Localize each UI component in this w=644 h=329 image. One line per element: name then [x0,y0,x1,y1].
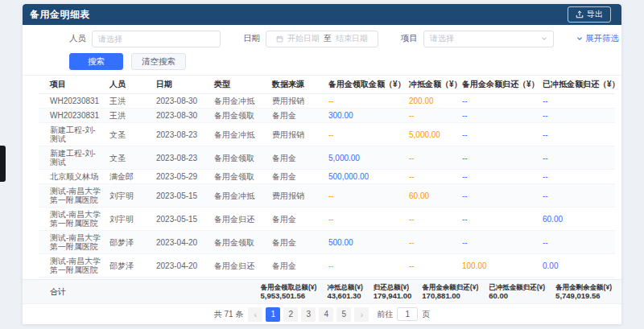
table-cell: -- [539,146,615,170]
column-header: 冲抵金额（¥） [406,76,459,94]
table-cell: -- [459,170,539,184]
table-cell: 200.00 [406,94,459,109]
table-cell: 备用金归还 [211,254,269,278]
table-cell: 2023-05-15 [153,184,211,208]
summary-stat: 备用金剩余金额(¥)5,749,019.56 [555,283,612,300]
table-row[interactable]: WH20230831王洪2023-08-30备用金冲抵费用报销--200.00-… [39,94,615,109]
table-row[interactable]: 新建工程-刘-测试文圣2023-08-23备用金领取备用金5,000.00---… [39,146,615,170]
table-row[interactable]: 测试-南昌大学第一附属医院刘宇明2023-05-15备用金冲抵费用报销--60.… [39,184,615,208]
petty-cash-report-card: 备用金明细表 导出 人员 日期 开始日期 至 [23,4,621,324]
table-cell: 测试-南昌大学第一附属医院 [39,254,106,278]
table-cell: -- [459,184,539,208]
table-cell: 备用金领取 [211,231,269,254]
project-select-placeholder: 请选择 [430,33,454,44]
expand-filter-link[interactable]: 展开筛选 [576,33,619,44]
summary-stat-value: 5,953,501.56 [261,291,317,300]
table-cell: 满金郎 [106,170,153,184]
date-start-placeholder: 开始日期 [287,33,320,44]
table-row[interactable]: 测试-南昌大学第一附属医院邵梦泽2023-04-20备用金领取备用金500.00… [39,231,615,254]
person-filter-label: 人员 [69,33,86,44]
summary-stat-value: 179,941.00 [374,291,412,300]
table-cell: 费用报销 [269,184,325,208]
table-cell: 新建工程-刘-测试 [39,146,106,170]
sidebar-collapse-handle[interactable] [0,146,6,182]
table-cell: -- [325,123,406,146]
summary-stat-label: 归还总额(¥) [374,283,412,291]
table-cell: -- [539,231,615,254]
summary-total-label: 合计 [50,286,66,298]
page-jump-label: 前往 [377,309,393,320]
table-cell: -- [406,109,459,123]
summary-stat: 冲抵总额(¥)43,601.30 [327,283,362,300]
page-button[interactable]: 4 [319,307,333,322]
project-filter-label: 项目 [401,33,418,44]
table-cell: -- [406,170,459,184]
search-button[interactable]: 搜索 [69,53,123,70]
date-filter: 日期 开始日期 至 结束日期 [243,31,378,47]
table-cell: 60.00 [539,208,615,231]
pagination-bar: 共 71 条 ‹ 12345 › 前往 页 [23,303,621,324]
table-cell: 2023-04-20 [153,231,211,254]
summary-stats: 备用金领取总额(¥)5,953,501.56冲抵总额(¥)43,601.30归还… [261,283,613,300]
page-button[interactable]: 5 [336,307,351,322]
table-row[interactable]: WH20230831王洪2023-08-30备用金领取备用金300.00----… [39,109,615,123]
summary-stat: 备用金领取总额(¥)5,953,501.56 [261,283,317,300]
table-cell: 备用金冲抵 [211,184,269,208]
summary-stat-value: 5,749,019.56 [555,291,612,300]
summary-row: 合计 备用金领取总额(¥)5,953,501.56冲抵总额(¥)43,601.3… [23,279,621,303]
table-cell: 备用金领取 [211,170,269,184]
page-title: 备用金明细表 [30,8,90,22]
table-cell: -- [325,254,406,278]
clear-search-button[interactable]: 清空搜索 [131,53,186,70]
summary-stat-label: 已冲抵金额归还(¥) [489,283,545,291]
column-header: 日期 [153,76,211,94]
table-cell: 备用金冲抵 [211,123,269,146]
prev-page-button[interactable]: ‹ [248,307,262,322]
petty-cash-table: 项目人员日期类型数据来源备用金领取金额（¥）冲抵金额（¥）备用金余额归还（¥）已… [39,76,615,279]
table-cell: -- [459,231,539,254]
page-jump-suffix: 页 [422,309,430,320]
summary-stat-value: 60.00 [489,291,545,300]
table-wrap: 项目人员日期类型数据来源备用金领取金额（¥）冲抵金额（¥）备用金余额归还（¥）已… [23,75,621,279]
page-button[interactable]: 3 [301,307,316,322]
page-jump: 前往 页 [377,307,430,321]
action-row: 搜索 清空搜索 [23,53,621,70]
table-cell: -- [459,146,539,170]
column-header: 已冲抵金额归还（¥） [539,76,615,94]
table-cell: -- [539,170,615,184]
table-row[interactable]: 北京顺义林场满金郎2023-05-29备用金领取备用金500,000.00---… [39,170,615,184]
table-cell: WH20230831 [39,94,106,109]
table-cell: 刘宇明 [106,208,153,231]
person-select[interactable] [92,31,221,47]
page-jump-input[interactable] [397,307,418,321]
table-cell: 测试-南昌大学第一附属医院 [39,208,106,231]
table-cell: -- [406,254,459,278]
table-cell: 北京顺义林场 [39,170,106,184]
pager: ‹ 12345 › [248,307,369,322]
calendar-icon [276,35,283,43]
table-cell: 2023-05-29 [153,170,211,184]
next-page-button[interactable]: › [354,307,369,322]
table-cell: 备用金 [269,231,325,254]
column-header: 人员 [106,76,153,94]
table-cell: -- [539,109,615,123]
summary-stat-label: 备用金领取总额(¥) [261,283,317,291]
table-cell: -- [406,208,459,231]
table-cell: -- [539,94,615,109]
table-cell: 邵梦泽 [106,254,153,278]
project-select[interactable]: 请选择 [423,31,554,47]
column-header: 类型 [211,76,269,94]
page-button[interactable]: 1 [266,307,280,322]
table-cell: 文圣 [106,146,153,170]
table-cell: -- [325,184,406,208]
date-range-picker[interactable]: 开始日期 至 结束日期 [266,31,378,47]
summary-stat-label: 备用金剩余金额(¥) [555,283,612,291]
summary-stat-value: 170,881.00 [422,291,478,300]
table-row[interactable]: 测试-南昌大学第一附属医院刘宇明2023-05-15备用金归还备用金------… [39,208,615,231]
table-cell: 2023-08-23 [153,123,211,146]
export-button[interactable]: 导出 [568,6,611,23]
page-button[interactable]: 2 [283,307,298,322]
table-cell: 2023-08-23 [153,146,211,170]
table-row[interactable]: 新建工程-刘-测试文圣2023-08-23备用金冲抵费用报销--5,000.00… [39,123,615,146]
table-row[interactable]: 测试-南昌大学第一附属医院邵梦泽2023-04-20备用金归还备用金----10… [39,254,615,278]
